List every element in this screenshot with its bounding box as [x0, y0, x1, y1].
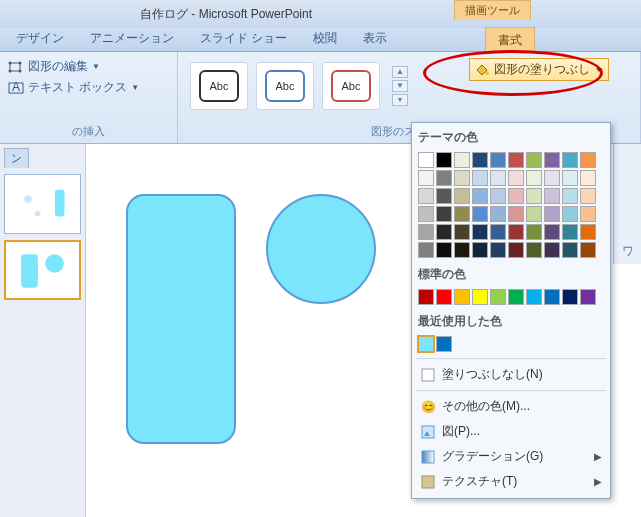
color-swatch[interactable]: [418, 242, 434, 258]
color-swatch[interactable]: [544, 170, 560, 186]
tab-review[interactable]: 校閲: [305, 26, 345, 51]
color-swatch[interactable]: [544, 242, 560, 258]
color-swatch[interactable]: [526, 152, 542, 168]
color-swatch[interactable]: [508, 289, 524, 305]
color-swatch[interactable]: [472, 289, 488, 305]
color-swatch[interactable]: [454, 152, 470, 168]
color-swatch[interactable]: [508, 170, 524, 186]
color-swatch[interactable]: [562, 242, 578, 258]
color-swatch[interactable]: [418, 289, 434, 305]
slide-thumb-2[interactable]: [4, 240, 81, 300]
color-swatch[interactable]: [418, 336, 434, 352]
gallery-more-icon[interactable]: ▾: [392, 94, 408, 106]
color-swatch[interactable]: [418, 188, 434, 204]
tab-view[interactable]: 表示: [355, 26, 395, 51]
color-swatch[interactable]: [418, 206, 434, 222]
color-swatch[interactable]: [580, 206, 596, 222]
color-swatch[interactable]: [436, 336, 452, 352]
color-swatch[interactable]: [526, 206, 542, 222]
color-swatch[interactable]: [454, 188, 470, 204]
color-swatch[interactable]: [436, 242, 452, 258]
tab-animation[interactable]: アニメーション: [82, 26, 182, 51]
panel-tab[interactable]: ン: [4, 148, 29, 168]
color-swatch[interactable]: [526, 242, 542, 258]
color-swatch[interactable]: [580, 242, 596, 258]
color-swatch[interactable]: [454, 170, 470, 186]
color-swatch[interactable]: [508, 224, 524, 240]
tab-design[interactable]: デザイン: [8, 26, 72, 51]
rounded-rectangle-shape[interactable]: [126, 194, 236, 444]
color-swatch[interactable]: [580, 289, 596, 305]
color-swatch[interactable]: [526, 188, 542, 204]
no-fill-item[interactable]: 塗りつぶしなし(N): [416, 362, 606, 387]
color-swatch[interactable]: [472, 224, 488, 240]
slide-thumb-1[interactable]: [4, 174, 81, 234]
color-swatch[interactable]: [490, 224, 506, 240]
style-swatch-3[interactable]: Abc: [322, 62, 380, 110]
edit-shape-button[interactable]: 図形の編集 ▼: [8, 58, 169, 75]
color-swatch[interactable]: [490, 289, 506, 305]
color-swatch[interactable]: [418, 224, 434, 240]
color-swatch[interactable]: [436, 188, 452, 204]
color-swatch[interactable]: [508, 242, 524, 258]
more-colors-item[interactable]: 😊 その他の色(M)...: [416, 394, 606, 419]
gallery-up-icon[interactable]: ▲: [392, 66, 408, 78]
color-swatch[interactable]: [580, 224, 596, 240]
color-swatch[interactable]: [562, 224, 578, 240]
color-swatch[interactable]: [454, 242, 470, 258]
color-swatch[interactable]: [490, 170, 506, 186]
color-swatch[interactable]: [544, 289, 560, 305]
style-swatch-1[interactable]: Abc: [190, 62, 248, 110]
color-swatch[interactable]: [436, 170, 452, 186]
color-swatch[interactable]: [472, 206, 488, 222]
texture-icon: [420, 474, 436, 490]
gradient-item[interactable]: グラデーション(G) ▶: [416, 444, 606, 469]
color-swatch[interactable]: [544, 224, 560, 240]
circle-shape[interactable]: [266, 194, 376, 304]
color-swatch[interactable]: [472, 170, 488, 186]
texture-item[interactable]: テクスチャ(T) ▶: [416, 469, 606, 494]
color-swatch[interactable]: [508, 152, 524, 168]
color-swatch[interactable]: [454, 224, 470, 240]
color-swatch[interactable]: [436, 206, 452, 222]
color-swatch[interactable]: [562, 152, 578, 168]
color-swatch[interactable]: [490, 152, 506, 168]
color-swatch[interactable]: [562, 206, 578, 222]
color-swatch[interactable]: [562, 188, 578, 204]
color-swatch[interactable]: [526, 170, 542, 186]
color-swatch[interactable]: [490, 206, 506, 222]
color-swatch[interactable]: [472, 188, 488, 204]
color-swatch[interactable]: [508, 188, 524, 204]
color-swatch[interactable]: [544, 152, 560, 168]
color-swatch[interactable]: [472, 152, 488, 168]
color-swatch[interactable]: [454, 289, 470, 305]
color-swatch[interactable]: [544, 188, 560, 204]
picture-fill-item[interactable]: 図(P)...: [416, 419, 606, 444]
color-swatch[interactable]: [436, 152, 452, 168]
color-swatch[interactable]: [436, 289, 452, 305]
tab-format[interactable]: 書式: [485, 27, 535, 53]
color-swatch[interactable]: [580, 188, 596, 204]
color-swatch[interactable]: [490, 188, 506, 204]
tab-slideshow[interactable]: スライド ショー: [192, 26, 295, 51]
color-swatch[interactable]: [544, 206, 560, 222]
style-swatch-2[interactable]: Abc: [256, 62, 314, 110]
shape-fill-button[interactable]: 図形の塗りつぶし: [469, 58, 609, 81]
no-fill-label: 塗りつぶしなし(N): [442, 366, 543, 383]
text-box-button[interactable]: A テキスト ボックス ▼: [8, 79, 169, 96]
picture-fill-label: 図(P)...: [442, 423, 480, 440]
color-swatch[interactable]: [418, 170, 434, 186]
gallery-down-icon[interactable]: ▼: [392, 80, 408, 92]
color-swatch[interactable]: [436, 224, 452, 240]
color-swatch[interactable]: [418, 152, 434, 168]
color-swatch[interactable]: [580, 170, 596, 186]
color-swatch[interactable]: [562, 289, 578, 305]
color-swatch[interactable]: [454, 206, 470, 222]
color-swatch[interactable]: [508, 206, 524, 222]
color-swatch[interactable]: [490, 242, 506, 258]
color-swatch[interactable]: [526, 289, 542, 305]
color-swatch[interactable]: [562, 170, 578, 186]
color-swatch[interactable]: [526, 224, 542, 240]
color-swatch[interactable]: [472, 242, 488, 258]
color-swatch[interactable]: [580, 152, 596, 168]
